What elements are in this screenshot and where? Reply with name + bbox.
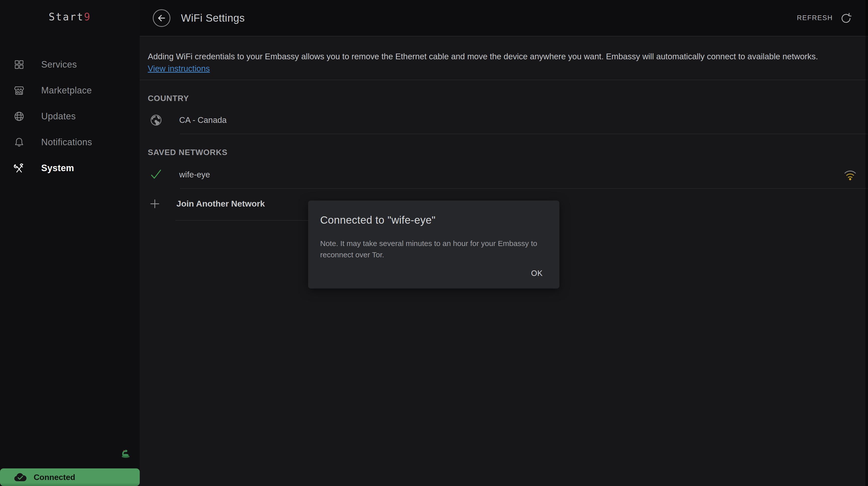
alert-dialog: Connected to "wife-eye" Note. It may tak… xyxy=(308,201,559,288)
sidebar-item-label: System xyxy=(41,163,74,173)
logo-text: Start xyxy=(49,11,84,23)
ok-button[interactable]: OK xyxy=(527,266,546,280)
sidebar: Start9 Services Marketplace xyxy=(0,0,140,486)
status-label: Connected xyxy=(34,473,75,482)
join-another-network-label: Join Another Network xyxy=(177,199,265,209)
sidebar-item-updates[interactable]: Updates xyxy=(0,103,140,129)
sidebar-item-system[interactable]: System xyxy=(0,155,140,181)
plus-icon xyxy=(150,199,160,209)
network-row-left: wife-eye xyxy=(150,168,210,181)
divider xyxy=(180,188,868,189)
sidebar-item-marketplace[interactable]: Marketplace xyxy=(0,78,140,103)
start9-logo: Start9 xyxy=(0,11,140,23)
sidebar-item-label: Notifications xyxy=(41,137,92,148)
sidebar-item-services[interactable]: Services xyxy=(0,52,140,78)
dialog-body: Note. It may take several minutes to an … xyxy=(320,238,546,260)
refresh-label: REFRESH xyxy=(797,14,833,22)
intro-description: Adding WiFi credentials to your Embassy … xyxy=(148,52,818,61)
sidebar-item-label: Services xyxy=(41,59,77,70)
network-row-wife-eye[interactable]: wife-eye xyxy=(150,168,868,181)
page-title: WiFi Settings xyxy=(181,12,245,24)
tools-icon xyxy=(13,162,25,174)
divider xyxy=(140,80,868,80)
divider xyxy=(180,134,868,134)
snake-icon xyxy=(120,448,130,458)
bell-icon xyxy=(13,136,25,148)
wifi-settings-screen: Start9 Services Marketplace xyxy=(0,0,868,486)
intro-text: Adding WiFi credentials to your Embassy … xyxy=(140,37,831,74)
sidebar-item-label: Updates xyxy=(41,111,76,122)
sidebar-nav: Services Marketplace Updates xyxy=(0,52,140,181)
refresh-icon xyxy=(840,12,851,24)
divider xyxy=(176,220,309,221)
dialog-title: Connected to "wife-eye" xyxy=(320,214,546,226)
grid-icon xyxy=(13,59,25,70)
logo-accent: 9 xyxy=(84,11,91,23)
saved-networks-section-label: SAVED NETWORKS xyxy=(148,148,868,157)
status-bar: Connected xyxy=(0,468,140,486)
view-instructions-link[interactable]: View instructions xyxy=(148,64,210,73)
storefront-icon xyxy=(13,85,25,96)
wifi-signal-icon xyxy=(843,169,857,181)
earth-icon xyxy=(150,114,163,127)
back-button[interactable] xyxy=(153,9,170,27)
header: WiFi Settings REFRESH xyxy=(140,0,868,36)
country-row[interactable]: CA - Canada xyxy=(150,114,868,127)
arrow-left-icon xyxy=(157,13,166,23)
globe-icon xyxy=(13,111,25,122)
country-section-label: COUNTRY xyxy=(148,94,868,103)
sidebar-item-notifications[interactable]: Notifications xyxy=(0,129,140,155)
scrollbar-track[interactable] xyxy=(866,0,868,486)
refresh-button[interactable]: REFRESH xyxy=(797,12,851,24)
sidebar-item-label: Marketplace xyxy=(41,85,92,96)
country-value: CA - Canada xyxy=(179,115,227,125)
check-icon xyxy=(150,168,163,181)
network-ssid: wife-eye xyxy=(179,170,210,179)
cloud-check-icon xyxy=(13,472,27,482)
